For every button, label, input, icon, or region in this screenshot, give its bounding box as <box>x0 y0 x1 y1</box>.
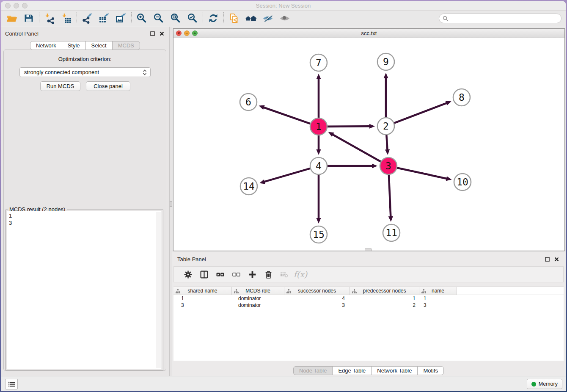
table-columns-button[interactable] <box>196 268 212 281</box>
cell-name[interactable]: 1 <box>419 295 457 302</box>
table-tab-node-table[interactable]: Node Table <box>293 366 333 375</box>
search-input[interactable] <box>439 14 561 23</box>
control-tab-style[interactable]: Style <box>62 41 86 50</box>
table-tab-network-table[interactable]: Network Table <box>371 366 418 375</box>
homes-icon <box>245 13 257 24</box>
table-row-1[interactable]: 3dominator323 <box>173 302 564 309</box>
frame-resize-grip[interactable] <box>365 248 372 251</box>
deselect-all-rows-button[interactable] <box>228 268 244 281</box>
column-header-MCDS-role[interactable]: MCDS role <box>232 287 284 295</box>
console-button[interactable] <box>5 379 18 389</box>
control-tab-network[interactable]: Network <box>30 41 62 50</box>
network-frame-titlebar[interactable]: × − + scc.txt <box>173 29 564 38</box>
memory-button[interactable]: Memory <box>527 379 562 389</box>
cell-predecessor-nodes[interactable]: 2 <box>350 302 419 309</box>
export-network-button[interactable] <box>79 11 96 25</box>
zoom-selected-button[interactable] <box>184 11 201 25</box>
cell-successor-nodes[interactable]: 3 <box>284 302 350 309</box>
edge-3-11[interactable] <box>389 175 391 217</box>
edge-arrowhead <box>446 176 452 181</box>
memory-status-icon <box>531 382 536 386</box>
column-header-successor-nodes[interactable]: successor nodes <box>284 287 350 295</box>
network-canvas[interactable]: 7968124314101511 <box>173 38 564 251</box>
show-all-button[interactable] <box>276 11 293 25</box>
node-label-2: 2 <box>383 121 389 132</box>
table-header-row: shared nameMCDS rolesuccessor nodesprede… <box>173 287 564 295</box>
hide-selected-button[interactable] <box>259 11 276 25</box>
panel-splitter[interactable] <box>169 27 172 376</box>
table-tab-edge-table[interactable]: Edge Table <box>332 366 372 375</box>
toolbar-separator <box>131 12 132 24</box>
apply-function-button[interactable]: f(x) <box>292 268 308 281</box>
edge-2-8[interactable] <box>394 103 447 123</box>
table-row-0[interactable]: 1dominator411 <box>173 295 564 302</box>
zoom-out-button[interactable] <box>150 11 167 25</box>
result-scrollbar[interactable] <box>156 212 161 368</box>
application-window: Session: New Session <box>1 1 566 391</box>
close-window-button[interactable] <box>5 3 11 8</box>
deselect-all-icon <box>232 271 240 279</box>
export-network-icon <box>82 13 93 24</box>
gear-icon <box>184 271 192 279</box>
edge-arrowhead <box>446 101 451 105</box>
edge-3-1[interactable] <box>332 134 380 162</box>
window-controls <box>5 3 28 8</box>
column-header-predecessor-nodes[interactable]: predecessor nodes <box>350 287 419 295</box>
cell-successor-nodes[interactable]: 4 <box>284 295 350 302</box>
import-network-button[interactable] <box>41 11 58 25</box>
export-image-button[interactable] <box>113 11 129 25</box>
table-settings-button[interactable] <box>180 268 196 281</box>
edge-arrowhead <box>385 149 390 155</box>
close-table-panel-button[interactable] <box>553 256 560 262</box>
close-panel-button[interactable] <box>158 30 165 37</box>
close-icon <box>160 31 164 36</box>
float-panel-button[interactable] <box>149 30 156 37</box>
mcds-result-fieldset: MCDS result (2 nodes) 13 <box>6 210 163 370</box>
column-header-name[interactable]: name <box>419 287 457 295</box>
export-table-button[interactable] <box>96 11 113 25</box>
cell-name[interactable]: 3 <box>419 302 457 309</box>
column-tree-icon <box>234 289 239 294</box>
column-header-shared-name[interactable]: shared name <box>173 287 232 295</box>
close-panel-pushbutton[interactable]: Close panel <box>86 81 130 91</box>
edge-arrowhead <box>372 163 377 168</box>
criterion-select[interactable]: strongly connected component <box>19 67 151 77</box>
cell-shared-name[interactable]: 3 <box>173 302 232 309</box>
close-frame-button[interactable]: × <box>176 30 182 36</box>
delete-table-button[interactable] <box>276 268 292 281</box>
minimize-frame-button[interactable]: − <box>184 30 190 36</box>
node-table[interactable]: shared nameMCDS rolesuccessor nodesprede… <box>173 287 564 361</box>
cell-predecessor-nodes[interactable]: 1 <box>350 295 419 302</box>
control-tab-select[interactable]: Select <box>85 41 113 50</box>
open-session-button[interactable] <box>3 11 20 25</box>
import-table-button[interactable] <box>58 11 75 25</box>
edge-1-2[interactable] <box>328 126 370 127</box>
minimize-window-button[interactable] <box>14 3 19 8</box>
cell-shared-name[interactable]: 1 <box>173 295 232 302</box>
splitter-grip[interactable] <box>170 201 172 207</box>
edge-3-10[interactable] <box>397 168 447 179</box>
add-column-button[interactable] <box>244 268 260 281</box>
zoom-fit-button[interactable] <box>167 11 184 25</box>
select-all-rows-button[interactable] <box>212 268 228 281</box>
header-filler <box>457 287 564 295</box>
refresh-view-button[interactable] <box>205 11 222 25</box>
delete-column-button[interactable] <box>260 268 276 281</box>
control-panel-header: Control Panel <box>1 27 169 38</box>
network-graph: 7968124314101511 <box>173 38 564 251</box>
cell-MCDS-role[interactable]: dominator <box>232 295 284 302</box>
table-tab-motifs[interactable]: Motifs <box>417 366 444 375</box>
edge-2-3[interactable] <box>386 135 387 150</box>
zoom-in-button[interactable] <box>133 11 150 25</box>
float-table-panel-button[interactable] <box>544 256 550 262</box>
control-tab-mcds[interactable]: MCDS <box>112 41 140 50</box>
reset-view-button[interactable] <box>242 11 259 25</box>
edge-1-6[interactable] <box>263 107 310 124</box>
edge-4-14[interactable] <box>264 168 310 182</box>
save-session-button[interactable] <box>20 11 37 25</box>
zoom-window-button[interactable] <box>22 3 28 8</box>
maximize-frame-button[interactable]: + <box>192 30 198 36</box>
cell-MCDS-role[interactable]: dominator <box>232 302 284 309</box>
new-network-from-selection-button[interactable] <box>226 11 242 25</box>
run-mcds-button[interactable]: Run MCDS <box>40 81 80 91</box>
